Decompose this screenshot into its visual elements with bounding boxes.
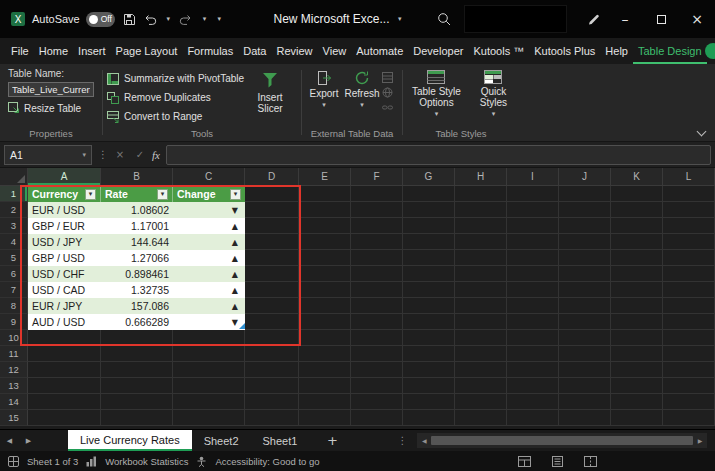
- grid-cell[interactable]: [28, 346, 101, 362]
- grid-cell[interactable]: [403, 314, 455, 330]
- grid-cell[interactable]: [663, 346, 715, 362]
- select-all-button[interactable]: [0, 168, 28, 185]
- grid-cell[interactable]: [455, 330, 507, 346]
- document-title[interactable]: New Microsoft Exce...: [273, 12, 389, 26]
- grid-cell[interactable]: [455, 394, 507, 410]
- table-header-rate[interactable]: Rate▾: [101, 186, 173, 202]
- grid-cell[interactable]: [299, 202, 351, 218]
- filter-button[interactable]: ▾: [85, 189, 96, 200]
- normal-view-icon[interactable]: [518, 456, 531, 467]
- grid-cell[interactable]: [507, 266, 559, 282]
- grid-cell[interactable]: [559, 250, 611, 266]
- table-cell-currency[interactable]: AUD / USD: [28, 314, 101, 330]
- row-header-12[interactable]: 12: [0, 362, 28, 378]
- tab-bar-dots-icon[interactable]: ⋮: [397, 430, 407, 451]
- table-cell-change[interactable]: ▼: [173, 314, 245, 330]
- menu-tab-data[interactable]: Data: [238, 38, 271, 64]
- grid-cell[interactable]: [245, 186, 299, 202]
- grid-cell[interactable]: [663, 186, 715, 202]
- row-header-6[interactable]: 6: [0, 266, 28, 282]
- grid-cell[interactable]: [507, 346, 559, 362]
- grid-cell[interactable]: [299, 234, 351, 250]
- workbook-statistics[interactable]: Workbook Statistics: [105, 456, 188, 467]
- column-header-b[interactable]: B: [101, 168, 173, 185]
- grid-cell[interactable]: [299, 266, 351, 282]
- grid-cell[interactable]: [351, 378, 403, 394]
- table-cell-rate[interactable]: 144.644: [101, 234, 173, 250]
- menu-tab-help[interactable]: Help: [600, 38, 633, 64]
- grid-cell[interactable]: [559, 410, 611, 426]
- grid-cell[interactable]: [245, 298, 299, 314]
- grid-cell[interactable]: [101, 378, 173, 394]
- table-properties-icon[interactable]: [382, 72, 393, 83]
- grid-cell[interactable]: [507, 314, 559, 330]
- grid-cell[interactable]: [351, 234, 403, 250]
- grid-cell[interactable]: [245, 218, 299, 234]
- grid-cell[interactable]: [245, 282, 299, 298]
- grid-cell[interactable]: [351, 282, 403, 298]
- grid-cell[interactable]: [245, 378, 299, 394]
- grid-cell[interactable]: [403, 346, 455, 362]
- grid-cell[interactable]: [173, 346, 245, 362]
- scroll-right-icon[interactable]: ▶: [693, 437, 707, 444]
- title-dropdown-icon[interactable]: ▾: [396, 15, 405, 23]
- grid-cell[interactable]: [299, 362, 351, 378]
- quick-access-dropdown-icon[interactable]: ▾: [215, 15, 224, 23]
- column-header-d[interactable]: D: [245, 168, 299, 185]
- grid-cell[interactable]: [611, 202, 663, 218]
- row-header-13[interactable]: 13: [0, 378, 28, 394]
- grid-cell[interactable]: [559, 362, 611, 378]
- open-in-browser-icon[interactable]: [382, 87, 393, 98]
- grid-cell[interactable]: [559, 218, 611, 234]
- grid-cell[interactable]: [351, 410, 403, 426]
- grid-cell[interactable]: [299, 218, 351, 234]
- grid-cell[interactable]: [663, 234, 715, 250]
- table-cell-change[interactable]: ▼: [173, 202, 245, 218]
- formula-input[interactable]: [166, 145, 711, 165]
- filter-button[interactable]: ▾: [157, 189, 168, 200]
- column-header-e[interactable]: E: [299, 168, 351, 185]
- grid-cell[interactable]: [455, 234, 507, 250]
- column-header-c[interactable]: C: [173, 168, 245, 185]
- account-avatar[interactable]: [705, 43, 715, 59]
- resize-table-button[interactable]: Resize Table: [8, 100, 98, 116]
- grid-cell[interactable]: [559, 282, 611, 298]
- grid-cell[interactable]: [245, 250, 299, 266]
- grid-cell[interactable]: [245, 234, 299, 250]
- grid-cell[interactable]: [245, 346, 299, 362]
- grid-cell[interactable]: [559, 186, 611, 202]
- grid-cell[interactable]: [507, 282, 559, 298]
- column-header-a[interactable]: A: [28, 168, 101, 185]
- grid-cell[interactable]: [663, 378, 715, 394]
- remove-duplicates-button[interactable]: Remove Duplicates: [107, 89, 244, 106]
- grid-cell[interactable]: [351, 346, 403, 362]
- column-header-g[interactable]: G: [403, 168, 455, 185]
- grid-cell[interactable]: [559, 330, 611, 346]
- sheet-nav-left-icon[interactable]: ◀: [0, 430, 19, 451]
- grid-cell[interactable]: [507, 362, 559, 378]
- table-cell-rate[interactable]: 1.32735: [101, 282, 173, 298]
- enter-check-icon[interactable]: ✓: [132, 149, 148, 160]
- grid-cell[interactable]: [611, 410, 663, 426]
- grid-cell[interactable]: [611, 346, 663, 362]
- grid-cell[interactable]: [351, 330, 403, 346]
- table-cell-rate[interactable]: 1.27066: [101, 250, 173, 266]
- minimize-button[interactable]: –: [607, 0, 643, 38]
- collapse-ribbon-icon[interactable]: [697, 127, 707, 137]
- new-sheet-button[interactable]: +: [323, 430, 341, 451]
- grid-cell[interactable]: [101, 410, 173, 426]
- convert-to-range-button[interactable]: Convert to Range: [107, 108, 244, 125]
- close-button[interactable]: ×: [679, 0, 715, 38]
- grid-cell[interactable]: [299, 314, 351, 330]
- grid-cell[interactable]: [351, 202, 403, 218]
- table-cell-currency[interactable]: USD / CHF: [28, 266, 101, 282]
- horizontal-scrollbar[interactable]: ◀ ▶: [417, 433, 707, 448]
- row-header-5[interactable]: 5: [0, 250, 28, 266]
- grid-cell[interactable]: [245, 314, 299, 330]
- grid-cell[interactable]: [611, 330, 663, 346]
- table-header-change[interactable]: Change▾: [173, 186, 245, 202]
- autosave-toggle[interactable]: Off: [86, 12, 115, 27]
- grid-cell[interactable]: [299, 346, 351, 362]
- menu-tab-home[interactable]: Home: [34, 38, 73, 64]
- grid-cell[interactable]: [28, 394, 101, 410]
